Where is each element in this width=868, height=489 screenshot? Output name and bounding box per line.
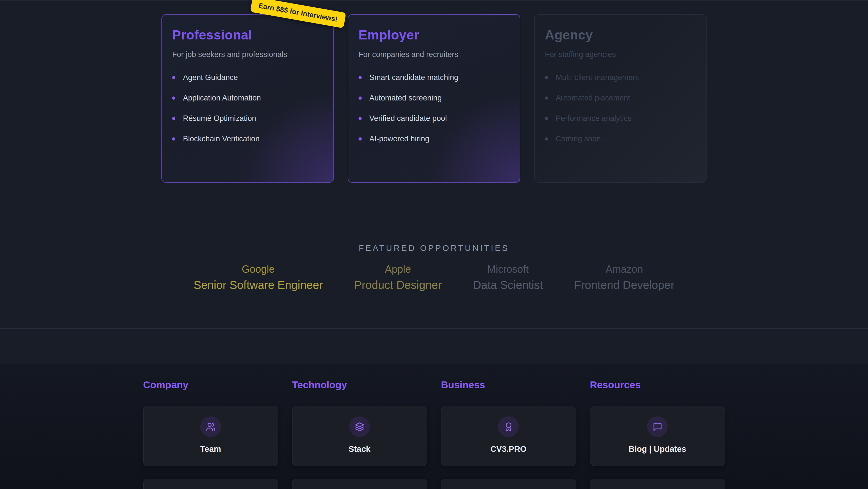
footer-columns: Company Team Technology Stack Business C… <box>143 364 725 489</box>
plan-feature-text: Application Automation <box>183 94 261 102</box>
bullet-dot-icon <box>172 137 175 141</box>
job-role: Data Scientist <box>473 279 543 291</box>
featured-job-amazon[interactable]: Amazon Frontend Developer <box>574 264 675 291</box>
plan-feature: Résumé Optimization <box>172 114 323 123</box>
featured-job-apple[interactable]: Apple Product Designer <box>354 264 442 291</box>
footer: Company Team Technology Stack Business C… <box>0 364 868 489</box>
plan-feature-list: Multi-client managementAutomated placeme… <box>545 73 696 143</box>
plan-feature: AI-powered hiring <box>359 135 509 143</box>
bullet-dot-icon <box>359 137 362 141</box>
plan-subtitle: For companies and recruiters <box>359 50 509 59</box>
footer-column-resources: Resources Blog | Updates <box>590 379 725 489</box>
job-role: Senior Software Engineer <box>193 279 323 291</box>
job-role: Frontend Developer <box>574 279 675 291</box>
job-role: Product Designer <box>354 279 442 291</box>
plan-card-professional[interactable]: Professional For job seekers and profess… <box>161 14 334 183</box>
footer-column-heading: Business <box>441 379 576 391</box>
plan-feature-text: Verified candidate pool <box>369 114 447 123</box>
footer-column-heading: Technology <box>292 379 427 391</box>
plan-feature: Agent Guidance <box>172 73 323 82</box>
featured-jobs-row: Google Senior Software Engineer Apple Pr… <box>0 264 868 291</box>
plan-feature-list: Smart candidate matchingAutomated screen… <box>359 73 509 143</box>
plan-title: Agency <box>545 27 696 42</box>
icon-circle <box>349 416 370 437</box>
plan-feature-text: Blockchain Verification <box>183 135 259 143</box>
plan-feature: Automated screening <box>359 94 509 102</box>
job-company: Apple <box>354 264 442 275</box>
plan-card-employer[interactable]: Employer For companies and recruiters Sm… <box>348 14 520 183</box>
plan-feature: Smart candidate matching <box>359 73 509 82</box>
message-square-icon <box>653 422 662 432</box>
bullet-dot-icon <box>359 76 362 79</box>
job-company: Amazon <box>574 264 675 275</box>
award-icon <box>504 422 514 432</box>
pricing-section: Professional For job seekers and profess… <box>0 0 868 215</box>
icon-circle <box>647 416 668 437</box>
plan-feature-text: Multi-client management <box>556 73 639 82</box>
plan-feature-text: Résumé Optimization <box>183 114 256 123</box>
bullet-dot-icon <box>545 137 548 141</box>
footer-column-company: Company Team <box>143 379 278 489</box>
bullet-dot-icon <box>172 96 175 99</box>
plan-subtitle: For job seekers and professionals <box>172 50 323 59</box>
job-company: Google <box>193 264 323 275</box>
plans-row: Professional For job seekers and profess… <box>161 14 707 183</box>
job-company: Microsoft <box>473 264 543 275</box>
plan-feature-text: Agent Guidance <box>183 73 238 82</box>
footer-card-stack[interactable]: Stack <box>292 406 427 466</box>
footer-card-partial[interactable] <box>441 479 576 489</box>
plan-feature-text: Automated screening <box>369 94 442 102</box>
footer-column-cards: CV3.PRO <box>441 406 576 489</box>
plan-feature-text: AI-powered hiring <box>369 135 430 143</box>
bullet-dot-icon <box>172 117 175 120</box>
plan-feature-list: Agent GuidanceApplication AutomationRésu… <box>172 73 323 143</box>
footer-column-heading: Company <box>143 379 278 391</box>
layers-icon <box>355 422 365 432</box>
bullet-dot-icon <box>359 117 362 120</box>
footer-card-team[interactable]: Team <box>143 406 278 466</box>
footer-card-partial[interactable] <box>590 479 725 489</box>
footer-column-technology: Technology Stack <box>292 379 427 489</box>
plan-card-agency: Agency For staffing agencies Multi-clien… <box>534 14 707 183</box>
footer-card-partial[interactable] <box>143 479 278 489</box>
footer-column-cards: Blog | Updates <box>590 406 725 489</box>
footer-card-label: Blog | Updates <box>628 444 686 454</box>
footer-card-label: CV3.PRO <box>491 444 526 454</box>
footer-column-cards: Stack <box>292 406 427 489</box>
icon-circle <box>498 416 519 437</box>
users-icon <box>206 422 216 432</box>
plan-feature: Automated placement <box>545 94 696 102</box>
featured-job-google[interactable]: Google Senior Software Engineer <box>193 264 323 291</box>
footer-card-label: Stack <box>349 444 370 454</box>
featured-title: FEATURED OPPORTUNITIES <box>0 243 868 253</box>
featured-job-microsoft[interactable]: Microsoft Data Scientist <box>473 264 543 291</box>
icon-circle <box>200 416 221 437</box>
plan-feature: Performance analytics <box>545 114 696 123</box>
footer-card-label: Team <box>200 444 221 454</box>
plan-feature: Multi-client management <box>545 73 696 82</box>
bullet-dot-icon <box>545 76 548 79</box>
footer-column-heading: Resources <box>590 379 725 391</box>
footer-card-blog-updates[interactable]: Blog | Updates <box>590 406 725 466</box>
plan-feature-text: Performance analytics <box>556 114 631 123</box>
plan-feature: Application Automation <box>172 94 323 102</box>
footer-card-partial[interactable] <box>292 479 427 489</box>
plan-feature-text: Coming soon... <box>556 135 607 143</box>
plan-feature-text: Smart candidate matching <box>369 73 458 82</box>
footer-column-cards: Team <box>143 406 278 489</box>
plan-feature: Blockchain Verification <box>172 135 323 143</box>
plan-subtitle: For staffing agencies <box>545 50 696 59</box>
plan-feature: Verified candidate pool <box>359 114 509 123</box>
plan-title: Employer <box>359 27 509 42</box>
plan-title: Professional <box>172 27 323 42</box>
bullet-dot-icon <box>359 96 362 99</box>
bullet-dot-icon <box>545 96 548 99</box>
bullet-dot-icon <box>545 117 548 120</box>
plan-feature: Coming soon... <box>545 135 696 143</box>
footer-column-business: Business CV3.PRO <box>441 379 576 489</box>
plan-feature-text: Automated placement <box>556 94 630 102</box>
featured-section: FEATURED OPPORTUNITIES Google Senior Sof… <box>0 215 868 329</box>
footer-card-cv3-pro[interactable]: CV3.PRO <box>441 406 576 466</box>
bullet-dot-icon <box>172 76 175 79</box>
spacer-section <box>0 329 868 364</box>
